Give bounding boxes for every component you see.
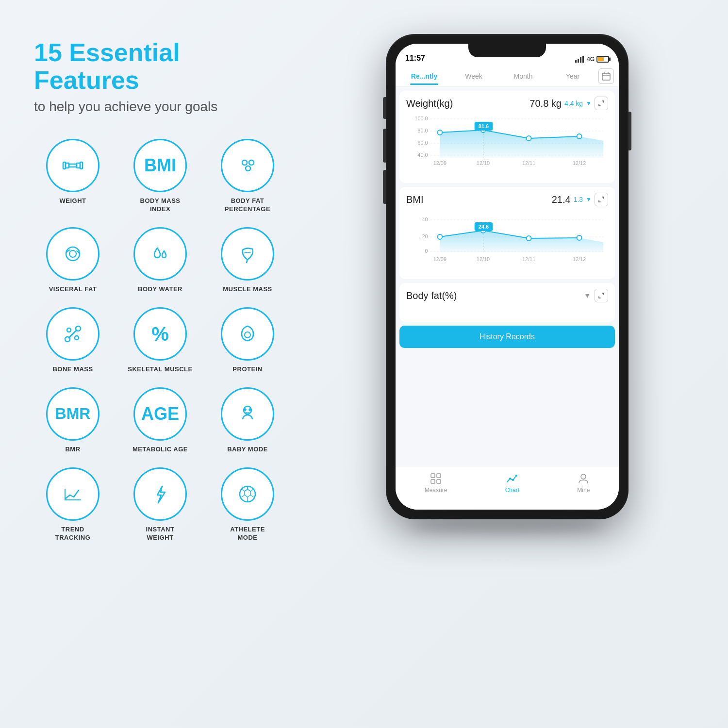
bonemass-circle [46, 307, 99, 361]
feature-weight: WEIGHT [34, 139, 112, 214]
feature-trend: TRENDTRACKING [34, 467, 112, 542]
signal-icon [575, 56, 585, 63]
visceralfat-circle [46, 227, 99, 281]
subheadline: to help you achieve your goals [34, 99, 286, 115]
svg-rect-23 [602, 73, 610, 80]
babymode-circle [221, 387, 274, 441]
bodyfat-header: Body fat(%) ▼ [406, 289, 608, 302]
protein-label: PROTEIN [232, 365, 262, 374]
tab-week[interactable]: Week [450, 67, 497, 85]
svg-text:100.0: 100.0 [414, 116, 428, 121]
bodyfat-label: BODY FATPERCENTAGE [225, 197, 270, 214]
battery-fill [598, 57, 604, 61]
svg-point-12 [67, 328, 71, 332]
svg-text:12/11: 12/11 [522, 256, 535, 262]
svg-text:24.6: 24.6 [479, 224, 489, 230]
svg-rect-4 [80, 162, 83, 169]
feature-bodyfat: BODY FATPERCENTAGE [209, 139, 286, 214]
svg-rect-19 [575, 60, 577, 63]
svg-point-16 [245, 409, 246, 410]
calendar-icon[interactable] [598, 68, 614, 84]
svg-point-38 [577, 134, 582, 139]
bodyfat-circle [221, 139, 274, 192]
bmr-circle: BMR [46, 387, 99, 441]
weight-chart-section: Weight(kg) 70.8 kg 4.4 kg ▼ [399, 91, 615, 183]
svg-rect-22 [582, 56, 584, 63]
bmi-change: 1.3 [574, 196, 583, 203]
calendar-svg [602, 72, 611, 81]
mine-label: Mine [577, 487, 590, 494]
tab-recently[interactable]: Re...ntly [400, 67, 448, 85]
right-panel: 11:57 4G [306, 29, 709, 709]
weight-svg-chart: 100.0 80.0 60.0 40.0 [406, 114, 608, 167]
bmi-circle: BMI [133, 139, 187, 192]
nav-measure[interactable]: Measure [425, 472, 447, 494]
svg-point-13 [75, 336, 79, 340]
svg-point-70 [581, 474, 586, 479]
svg-text:0: 0 [425, 248, 428, 254]
phone-notch [468, 44, 546, 57]
feature-skeletal: % SKELETAL MUSCLE [121, 307, 199, 374]
svg-text:12/12: 12/12 [573, 160, 586, 166]
bodyfat-expand-btn[interactable] [595, 289, 608, 302]
bone-icon [60, 321, 85, 347]
svg-point-69 [515, 475, 517, 477]
soccer-icon [235, 481, 260, 507]
svg-point-10 [65, 337, 70, 342]
bonemass-label: BONE MASS [52, 365, 93, 374]
trend-circle [46, 467, 99, 521]
svg-text:60.0: 60.0 [417, 140, 428, 146]
weight-expand-btn[interactable] [595, 97, 608, 110]
phone-screen: 11:57 4G [396, 44, 619, 510]
svg-rect-63 [431, 474, 435, 478]
protein-circle [221, 307, 274, 361]
barbell-icon [60, 153, 85, 178]
svg-rect-20 [578, 59, 579, 63]
bodyfat-section: Body fat(%) ▼ [399, 283, 615, 322]
baby-icon [235, 401, 260, 427]
svg-point-14 [245, 332, 250, 338]
feature-visceralfat: VISCERAL FAT [34, 227, 112, 294]
tab-nav: Re...ntly Week Month Year [396, 66, 619, 87]
weight-chart-area: 100.0 80.0 60.0 40.0 [406, 114, 608, 177]
svg-point-17 [249, 409, 251, 410]
mine-svg [577, 472, 590, 485]
chart-nav-svg [506, 472, 518, 485]
svg-point-8 [66, 247, 80, 261]
weight-value-text: 70.8 kg [529, 98, 562, 109]
main-container: 15 Essential Features to help you achiev… [0, 0, 728, 728]
feature-bmi: BMI BODY MASSINDEX [121, 139, 199, 214]
svg-text:12/12: 12/12 [573, 256, 586, 262]
svg-text:81.6: 81.6 [479, 123, 489, 129]
skeletal-circle: % [133, 307, 187, 361]
bmr-icon: BMR [55, 405, 91, 423]
musclemass-circle [221, 227, 274, 281]
svg-rect-65 [431, 480, 435, 483]
chart-nav-label: Chart [505, 487, 519, 494]
mute-button [383, 97, 386, 119]
bmi-chart-area: 40 20 0 [406, 210, 608, 273]
screen-content: Weight(kg) 70.8 kg 4.4 kg ▼ [396, 91, 619, 396]
tab-year[interactable]: Year [549, 67, 596, 85]
feature-musclemass: MUSCLE MASS [209, 227, 286, 294]
volume-down-button [383, 170, 386, 204]
weight-chart-header: Weight(kg) 70.8 kg 4.4 kg ▼ [406, 97, 608, 110]
feature-bodywater: BODY WATER [121, 227, 199, 294]
tab-month[interactable]: Month [499, 67, 547, 85]
bmi-expand-btn[interactable] [595, 193, 608, 206]
svg-point-5 [242, 160, 247, 165]
headline: 15 Essential Features [34, 39, 286, 94]
instantweight-label: INSTANTWEIGHT [146, 526, 175, 542]
svg-rect-2 [66, 163, 69, 168]
athlete-label: ATHELETEMODE [230, 526, 265, 542]
history-records-btn[interactable]: History Records [399, 326, 615, 348]
svg-text:20: 20 [422, 233, 428, 239]
nav-chart[interactable]: Chart [505, 472, 519, 494]
bodyfat-title: Body fat(%) [406, 290, 457, 301]
status-time: 11:57 [405, 54, 425, 63]
chart-nav-icon [506, 472, 518, 485]
nav-mine[interactable]: Mine [577, 472, 590, 494]
battery-icon [596, 56, 609, 63]
babymode-label: BABY MODE [227, 446, 268, 454]
musclemass-label: MUSCLE MASS [223, 285, 272, 294]
